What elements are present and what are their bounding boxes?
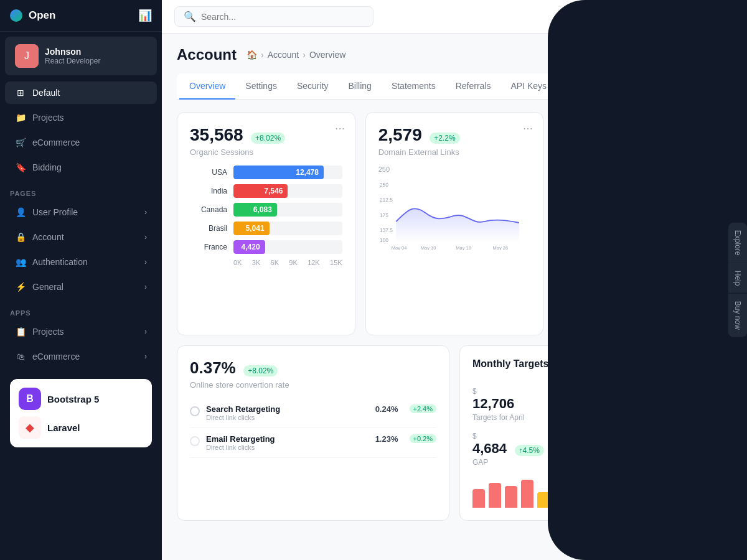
card-menu-icon[interactable]: ⋯	[335, 123, 345, 134]
social-row-instagram: Ig Instagram Social Network 1,458 +8.3%	[566, 291, 719, 322]
svg-text:137.5: 137.5	[380, 227, 393, 233]
mini-chart	[472, 477, 719, 508]
tag-icon: 🔖	[15, 162, 26, 172]
user-card[interactable]: J Johnson React Developer	[5, 37, 157, 75]
page-content: Account 🏠 › Account › Overview Overview …	[162, 34, 747, 560]
targets-grid: $ 12,706 Targets for April $ 8,035 Actua…	[472, 387, 719, 467]
create-app-button[interactable]: Create App	[671, 7, 735, 26]
conversion-rate-value: 0.37%	[190, 358, 236, 377]
organic-sessions-label: Organic Sessions	[190, 147, 342, 157]
targets-april-value: 12,706	[472, 396, 591, 412]
retarget-row-search: Search Retargeting Direct link clicks 0.…	[190, 398, 436, 428]
sidebar-item-label: Default	[32, 88, 60, 98]
retargeting-list: Search Retargeting Direct link clicks 0.…	[190, 398, 436, 458]
bootstrap-icon: B	[19, 388, 41, 410]
tab-billing[interactable]: Billing	[339, 73, 382, 100]
social-row-linkedin: in Linked In Social Media 1,088 -0.4%	[566, 196, 719, 228]
topbar-right: + Invite Create App	[616, 7, 735, 26]
sidebar-item-label: User Profile	[32, 207, 78, 217]
tab-referrals[interactable]: Referrals	[446, 73, 501, 100]
sidebar-item-authentication[interactable]: 👥 Authentication ›	[5, 251, 157, 273]
user-icon: 👤	[15, 207, 26, 217]
bar-row-brasil: Brasil 5,041	[190, 222, 342, 235]
side-tab-help[interactable]: Help	[728, 263, 747, 293]
invite-button[interactable]: + Invite	[616, 7, 665, 26]
search-input[interactable]	[201, 12, 364, 22]
user-info: Johnson React Developer	[45, 47, 100, 65]
side-tab-buy-now[interactable]: Buy now	[728, 294, 747, 337]
dribbble-icon: D	[566, 169, 588, 190]
card-menu-icon[interactable]: ⋯	[523, 123, 533, 134]
breadcrumb-account[interactable]: Account	[268, 50, 299, 60]
target-item-actual: $ 8,035 Actual for April	[601, 387, 719, 422]
actual-april-label: Actual for April	[601, 413, 719, 422]
tab-security[interactable]: Security	[287, 73, 339, 100]
chevron-down-icon: ›	[144, 352, 147, 361]
sidebar-item-projects-app[interactable]: 📋 Projects ›	[5, 320, 157, 343]
sidebar-item-user-profile[interactable]: 👤 User Profile ›	[5, 201, 157, 223]
card-menu-icon[interactable]: ⋯	[712, 123, 721, 134]
cart-icon: 🛒	[15, 138, 26, 147]
search-box[interactable]: 🔍	[174, 6, 374, 27]
sidebar-item-label: Projects	[32, 327, 64, 337]
sidebar-item-default[interactable]: ⊞ Default	[5, 82, 157, 104]
promo-bootstrap: B Bootstrap 5	[19, 388, 143, 410]
social-row-youtube: ▶ YouTube Video Channel 978 +4.1%	[566, 259, 719, 291]
calendar-icon: 📅	[610, 364, 619, 373]
social-list: D Dribbble Community 579 +2.6% in Linke	[566, 164, 719, 322]
svg-text:May 04: May 04	[391, 245, 406, 250]
gap-value: 4,684	[472, 441, 507, 456]
youtube-icon: ▶	[566, 264, 588, 286]
conversion-rate-badge: +8.02%	[243, 365, 278, 376]
topbar: 🔍 + Invite Create App	[162, 0, 747, 34]
domain-links-badge: +2.2%	[430, 133, 459, 144]
bar-row-france: France 4,420	[190, 240, 342, 254]
line-chart-container: 250 250 212.5 1	[378, 166, 531, 253]
card-domain-links: ⋯ 2,579 +2.2% Domain External Links 250	[365, 112, 544, 335]
sidebar: Open 📊 J Johnson React Developer ⊞ Defau…	[0, 0, 162, 560]
tab-api-keys[interactable]: API Keys	[501, 73, 557, 100]
sidebar-item-ecommerce-app[interactable]: 🛍 eCommerce ›	[5, 345, 157, 368]
gap-badge: ↑4.5%	[515, 445, 544, 456]
lock-icon: 🔒	[15, 232, 26, 242]
search-icon: 🔍	[184, 11, 196, 22]
home-icon[interactable]: 🏠	[247, 50, 257, 60]
promo-card: B Bootstrap 5 ◆ Laravel	[10, 379, 152, 447]
logo-bar: Open 📊	[0, 0, 162, 32]
svg-text:May 26: May 26	[492, 245, 508, 250]
chevron-down-icon: ›	[144, 208, 147, 217]
retarget-dot	[190, 406, 200, 416]
breadcrumb: 🏠 › Account › Overview	[247, 50, 345, 60]
sidebar-item-projects[interactable]: 📁 Projects	[5, 106, 157, 129]
chevron-down-icon: ›	[144, 258, 147, 266]
sidebar-item-account[interactable]: 🔒 Account ›	[5, 226, 157, 248]
tab-overview[interactable]: Overview	[179, 73, 235, 100]
gap-label: GAP	[472, 458, 591, 467]
logo-text: Open	[29, 9, 55, 22]
svg-text:May 10: May 10	[420, 245, 436, 250]
card-monthly-targets: Monthly Targets 📅 18 Jan 2023 - 16 Feb 2…	[459, 345, 732, 521]
sidebar-item-label: Projects	[32, 113, 64, 123]
bag-icon: 🛍	[15, 352, 26, 362]
retarget-row-email: Email Retargeting Direct link clicks 1.2…	[190, 428, 436, 458]
sidebar-item-bidding[interactable]: 🔖 Bidding	[5, 156, 157, 179]
logo-chart-icon[interactable]: 📊	[138, 9, 152, 22]
sidebar-item-label: Account	[32, 232, 64, 242]
instagram-icon: Ig	[566, 296, 588, 317]
tab-statements[interactable]: Statements	[382, 73, 446, 100]
auth-icon: 👥	[15, 257, 26, 267]
bolt-icon: ⚡	[15, 282, 26, 292]
bar-chart: USA 12,478 India 7,546 Canada 6,083 Br	[190, 166, 342, 266]
side-tab-explore[interactable]: Explore	[728, 223, 747, 263]
tab-settings[interactable]: Settings	[235, 73, 287, 100]
target-item-gap: $ 4,684 ↑4.5% GAP	[472, 432, 591, 467]
card-social-networks: ⋯ 5,037 +2.2% Visits by Social Networks …	[553, 112, 732, 335]
linkedin-icon: in	[566, 201, 588, 222]
card-conversion: ⋯ 0.37% +8.02% Online store convertion r…	[177, 345, 449, 521]
sidebar-item-ecommerce[interactable]: 🛒 eCommerce	[5, 131, 157, 154]
social-row-dribbble: D Dribbble Community 579 +2.6%	[566, 164, 719, 196]
logo-dot	[10, 9, 22, 22]
sidebar-item-general[interactable]: ⚡ General ›	[5, 276, 157, 298]
tab-logs[interactable]: Logs	[557, 73, 595, 100]
date-range-badge: 📅 18 Jan 2023 - 16 Feb 2023	[604, 362, 719, 375]
